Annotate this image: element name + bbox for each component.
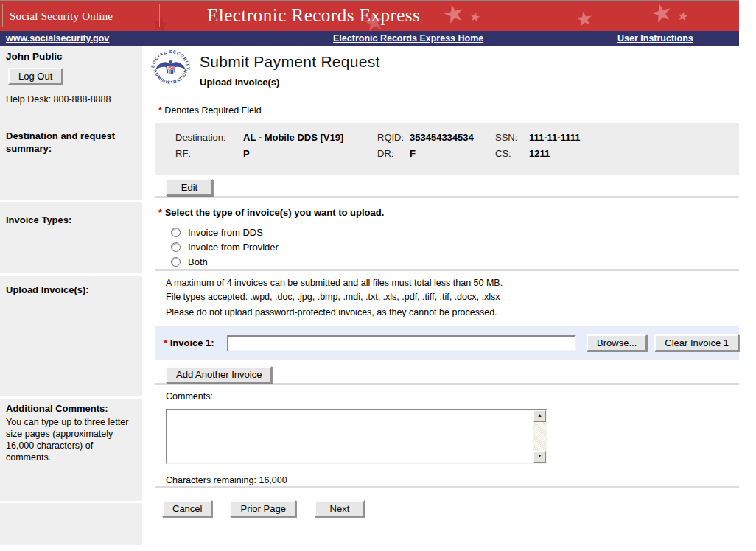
radio-label-both: Both — [188, 256, 208, 267]
seal-usa-text: USA — [167, 66, 175, 70]
prior-page-button[interactable]: Prior Page — [230, 500, 295, 517]
rqid-value: 353454334534 — [410, 132, 474, 143]
user-name: John Public — [6, 51, 136, 62]
sidebar-heading-destination-summary: Destination and request summary: — [6, 130, 131, 155]
next-button[interactable]: Next — [315, 500, 365, 517]
sidebar-comments-note: You can type up to three letter size pag… — [6, 416, 130, 463]
ssa-seal-logo: SOCIAL SECURITY ADMINISTRATION USA — [150, 46, 192, 88]
sidebar-section-upload: Upload Invoice(s): — [0, 276, 142, 396]
summary-column-1: Destination:AL - Mobile DDS [V19] RF:P — [175, 130, 377, 175]
star-icon: ★ — [648, 1, 675, 27]
edit-button[interactable]: Edit — [166, 179, 213, 196]
summary-row-cs: CS:1211 — [495, 146, 580, 162]
invoice-type-prompt: * Select the type of invoice(s) you want… — [158, 207, 739, 219]
browse-button[interactable]: Browse... — [587, 334, 647, 351]
section-divider — [155, 269, 739, 271]
nav-link-user-instructions[interactable]: User Instructions — [617, 33, 693, 43]
ssn-label: SSN: — [495, 130, 529, 146]
upload-instruction-line2: File types accepted: .wpd, .doc, .jpg, .… — [166, 290, 739, 304]
sidebar-heading-comments: Additional Comments: — [6, 402, 136, 415]
destination-value: AL - Mobile DDS [V19] — [243, 132, 343, 143]
rqid-label: RQID: — [377, 130, 410, 146]
header-banner: ★ ★ ★ ★ ★ ★ ★ Social Security Online Ele… — [0, 1, 739, 31]
star-icon: ★ — [676, 10, 690, 24]
scroll-down-icon[interactable]: ▼ — [533, 451, 546, 463]
footer-buttons: Cancel Prior Page Next — [162, 500, 739, 517]
cs-label: CS: — [495, 146, 529, 162]
rf-value: P — [243, 148, 250, 159]
invoice-1-label: * Invoice 1: — [164, 337, 227, 348]
sidebar-section-invoice-types: Invoice Types: — [0, 202, 142, 273]
radio-invoice-from-dds[interactable] — [171, 228, 181, 237]
radio-row-invoice-from-dds: Invoice from DDS — [171, 225, 739, 239]
summary-column-3: SSN:111-11-1111 CS:1211 — [495, 130, 580, 175]
comments-textarea[interactable] — [167, 410, 533, 463]
summary-row-ssn: SSN:111-11-1111 — [495, 130, 580, 146]
radio-label-invoice-from-provider: Invoice from Provider — [188, 242, 279, 253]
required-asterisk: * — [164, 337, 167, 348]
comments-scrollbar[interactable]: ▲ ▼ — [533, 410, 546, 463]
scrollbar-track[interactable] — [533, 422, 546, 451]
dr-value: F — [410, 148, 416, 159]
sidebar-section-account: John Public Log Out Help Desk: 800-888-8… — [0, 46, 142, 200]
required-asterisk: * — [158, 207, 162, 218]
comments-label: Comments: — [166, 391, 739, 402]
request-summary-box: Destination:AL - Mobile DDS [V19] RF:P R… — [155, 123, 739, 175]
invoice-1-label-text: Invoice 1: — [170, 337, 214, 348]
nav-link-socialsecurity-gov[interactable]: www.socialsecurity.gov — [6, 33, 109, 43]
sidebar-heading-upload: Upload Invoice(s): — [6, 284, 136, 296]
radio-invoice-from-provider[interactable] — [171, 242, 181, 252]
summary-row-destination: Destination:AL - Mobile DDS [V19] — [175, 130, 377, 146]
cancel-button[interactable]: Cancel — [162, 500, 212, 517]
summary-column-2: RQID:353454334534 DR:F — [377, 130, 495, 175]
scroll-up-icon[interactable]: ▲ — [533, 410, 546, 422]
add-another-invoice-button[interactable]: Add Another Invoice — [166, 366, 272, 383]
cs-value: 1211 — [529, 148, 550, 159]
destination-label: Destination: — [175, 130, 243, 146]
radio-both[interactable] — [171, 257, 181, 267]
invoice-1-input[interactable] — [227, 335, 576, 351]
invoice-type-prompt-text: Select the type of invoice(s) you want t… — [165, 207, 385, 218]
sidebar-heading-invoice-types: Invoice Types: — [6, 214, 136, 226]
sidebar-section-empty — [0, 503, 142, 545]
clear-invoice-1-button[interactable]: Clear Invoice 1 — [654, 334, 739, 351]
star-icon: ★ — [469, 10, 482, 24]
upload-instructions: A maximum of 4 invoices can be submitted… — [166, 276, 739, 304]
summary-row-dr: DR:F — [377, 146, 495, 162]
page-header: SOCIAL SECURITY ADMINISTRATION USA — [155, 46, 739, 89]
required-field-note: * Denotes Required Field — [158, 105, 739, 116]
rf-label: RF: — [175, 146, 243, 162]
sidebar: John Public Log Out Help Desk: 800-888-8… — [0, 46, 142, 547]
section-divider — [155, 486, 739, 488]
invoice-1-row: * Invoice 1: Browse... Clear Invoice 1 — [155, 326, 739, 360]
main-content: SOCIAL SECURITY ADMINISTRATION USA — [155, 46, 739, 517]
required-note-text: Denotes Required Field — [164, 105, 261, 116]
summary-row-rf: RF:P — [175, 146, 377, 162]
required-asterisk: * — [158, 105, 162, 116]
log-out-button[interactable]: Log Out — [8, 68, 63, 85]
social-security-online-brand: Social Security Online — [2, 4, 160, 27]
section-divider — [155, 383, 739, 385]
radio-row-invoice-from-provider: Invoice from Provider — [171, 239, 739, 254]
title-block: Submit Payment Request Upload Invoice(s) — [200, 46, 380, 88]
help-desk-text: Help Desk: 800-888-8888 — [6, 94, 136, 105]
password-warning: Please do not upload password-protected … — [166, 306, 739, 320]
page-title: Submit Payment Request — [200, 53, 380, 71]
dr-label: DR: — [377, 146, 410, 162]
top-navbar: www.socialsecurity.gov Electronic Record… — [0, 31, 739, 46]
nav-link-ere-home[interactable]: Electronic Records Express Home — [333, 33, 483, 43]
characters-remaining-text: Characters remaining: 16,000 — [166, 475, 739, 486]
radio-row-both: Both — [171, 254, 739, 269]
upload-instruction-line1: A maximum of 4 invoices can be submitted… — [166, 276, 739, 290]
star-icon: ★ — [440, 1, 467, 28]
comments-textbox: ▲ ▼ — [166, 409, 547, 464]
banner-title: Electronic Records Express — [207, 5, 420, 26]
summary-row-rqid: RQID:353454334534 — [377, 130, 495, 146]
section-divider — [155, 196, 739, 198]
page-subtitle: Upload Invoice(s) — [200, 77, 380, 88]
sidebar-section-comments: Additional Comments: You can type up to … — [0, 399, 142, 501]
invoice-type-options: Invoice from DDS Invoice from Provider B… — [171, 225, 739, 269]
ssn-value: 111-11-1111 — [529, 132, 580, 143]
radio-label-invoice-from-dds: Invoice from DDS — [188, 227, 263, 238]
star-icon: ★ — [574, 8, 595, 30]
